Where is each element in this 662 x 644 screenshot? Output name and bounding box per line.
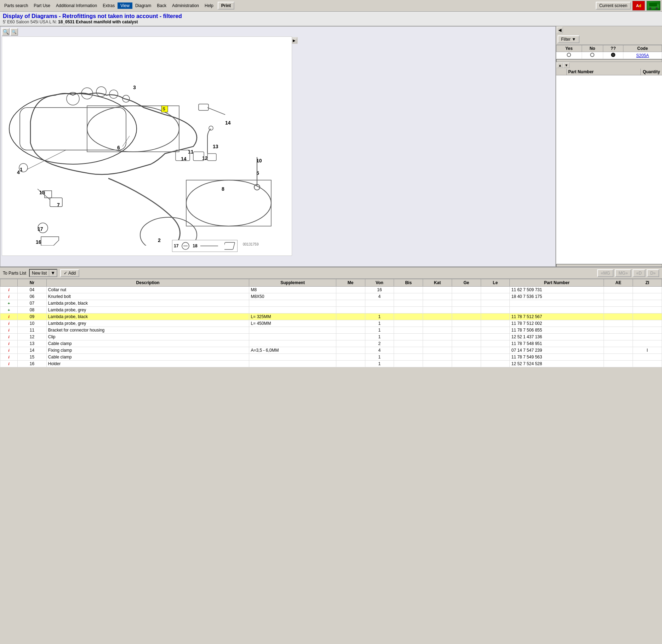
row-description: Fixing clamp (46, 347, 249, 354)
filter-row: S205A (557, 52, 662, 59)
menu-additional-info[interactable]: Additional Information (53, 2, 100, 9)
row-nr: 06 (18, 293, 47, 300)
row-supplement (249, 334, 336, 340)
to-parts-list-label: To Parts List (3, 271, 26, 276)
row-kat (423, 300, 452, 307)
zoom-in-button[interactable]: 🔍 (2, 28, 10, 36)
row-supplement: L= 325MM (249, 314, 336, 320)
zoom-out-button[interactable]: 🔍 (10, 28, 18, 36)
d-forward-button[interactable]: D» (647, 269, 659, 277)
filter-scrollbar[interactable] (556, 59, 662, 62)
th-ae: AE (604, 279, 633, 287)
menu-diagram[interactable]: Diagram (132, 2, 154, 9)
row-zi (633, 300, 662, 307)
row-zi (633, 340, 662, 347)
row-partnum: 12 52 7 524 528 (510, 361, 604, 367)
row-supplement (249, 307, 336, 314)
row-me (336, 293, 365, 300)
table-row[interactable]: i 10 Lambda probe, grey L= 450MM 1 11 78… (0, 320, 662, 327)
row-ae (604, 287, 633, 293)
row-icon: i (0, 327, 18, 334)
menu-right-section: Current screen Ad (596, 1, 661, 11)
th-nr: Nr (18, 279, 47, 287)
filter-code-link[interactable]: S205A (623, 52, 662, 59)
row-partnum: 11 78 7 548 951 (510, 340, 604, 347)
parts-scrollbar[interactable] (556, 264, 662, 267)
svg-point-12 (67, 92, 79, 105)
row-bis (394, 293, 423, 300)
row-ge (452, 320, 481, 327)
table-row[interactable]: i 15 Cable clamp 1 11 78 7 549 563 (0, 354, 662, 361)
row-supplement (249, 300, 336, 307)
row-bis (394, 361, 423, 367)
d-back-button[interactable]: «D (633, 269, 645, 277)
svg-point-3 (656, 7, 658, 10)
row-partnum: 11 62 7 509 731 (510, 287, 604, 293)
row-supplement: M8 (249, 287, 336, 293)
table-row[interactable]: + 08 Lambda probe, grey (0, 307, 662, 314)
row-von: 16 (365, 287, 394, 293)
row-kat (423, 287, 452, 293)
table-row[interactable]: i 11 Bracket for connector housing 1 11 … (0, 327, 662, 334)
table-row[interactable]: i 16 Holder 1 12 52 7 524 528 (0, 361, 662, 367)
row-nr: 16 (18, 361, 47, 367)
row-nr: 09 (18, 314, 47, 320)
new-list-label: New list (30, 270, 49, 276)
filter-no-radio[interactable] (582, 52, 603, 59)
table-row[interactable]: i 09 Lambda probe, black L= 325MM 1 11 7… (0, 314, 662, 320)
new-list-dropdown[interactable]: ▼ (49, 270, 57, 276)
filter-yes-radio[interactable] (557, 52, 582, 59)
th-kat: Kat (423, 279, 452, 287)
diagram-nav-arrow[interactable]: ▶ (291, 38, 297, 43)
row-zi (633, 361, 662, 367)
row-partnum: 11 78 7 506 855 (510, 327, 604, 334)
row-zi (633, 293, 662, 300)
menu-help[interactable]: Help (202, 2, 216, 9)
table-row[interactable]: + 07 Lambda probe, black (0, 300, 662, 307)
table-row[interactable]: i 13 Cable clamp 2 11 78 7 548 951 (0, 340, 662, 347)
menu-back[interactable]: Back (154, 2, 169, 9)
row-bis (394, 354, 423, 361)
mg-back-button[interactable]: «MG (597, 269, 614, 277)
current-screen-button[interactable]: Current screen (596, 2, 631, 10)
th-me: Me (336, 279, 365, 287)
menu-extras[interactable]: Extras (100, 2, 118, 9)
row-supplement (249, 327, 336, 334)
row-bis (394, 340, 423, 347)
filter-quest-radio[interactable] (603, 52, 623, 59)
add-button[interactable]: ✓ Add (60, 269, 79, 277)
row-nr: 04 (18, 287, 47, 293)
menu-parts-search[interactable]: Parts search (1, 2, 31, 9)
row-partnum: 07 14 7 547 239 (510, 347, 604, 354)
arrow-up[interactable]: ▲ (557, 63, 563, 68)
row-partnum: 11 78 7 549 563 (510, 354, 604, 361)
table-row[interactable]: i 12 Clip 1 12 52 1 437 136 (0, 334, 662, 340)
arrow-down[interactable]: ▼ (563, 63, 570, 68)
row-me (336, 287, 365, 293)
row-von: 1 (365, 320, 394, 327)
menu-administration[interactable]: Administration (169, 2, 202, 9)
row-supplement (249, 340, 336, 347)
right-panel: ◀ Filter ▼ Yes No ?? Code S205A (556, 26, 662, 267)
row-ae (604, 347, 633, 354)
svg-rect-60 (224, 242, 235, 249)
table-row[interactable]: i 14 Fixing clamp A=3,5 - 6,0MM 4 07 14 … (0, 347, 662, 354)
row-kat (423, 347, 452, 354)
parts-header-quantity: Quantity (641, 69, 662, 75)
filter-dropdown-button[interactable]: Filter ▼ (558, 35, 580, 43)
mg-forward-button[interactable]: MG» (615, 269, 631, 277)
menu-part-use[interactable]: Part Use (31, 2, 53, 9)
row-icon: i (0, 287, 18, 293)
row-description: Lambda probe, black (46, 300, 249, 307)
menu-view[interactable]: View (118, 2, 132, 9)
row-zi (633, 320, 662, 327)
row-bis (394, 307, 423, 314)
panel-expand-button[interactable]: ◀ (557, 27, 563, 33)
row-bis (394, 327, 423, 334)
table-row[interactable]: i 04 Collar nut M8 16 11 62 7 509 731 (0, 287, 662, 293)
row-me (336, 314, 365, 320)
table-row[interactable]: i 06 Knurled bolt M8X50 4 18 40 7 536 17… (0, 293, 662, 300)
row-bis (394, 287, 423, 293)
menu-print[interactable]: Print (218, 2, 234, 10)
row-kat (423, 334, 452, 340)
